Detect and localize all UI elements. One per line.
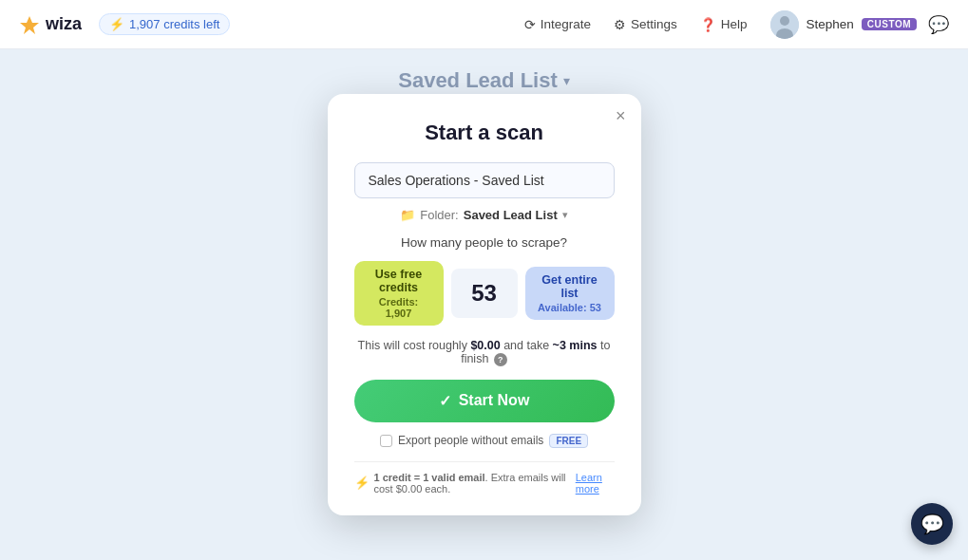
scan-modal: × Start a scan 📁 Folder: Saved Lead List… [328, 94, 641, 515]
credit-note-bold: 1 credit = 1 valid email [374, 472, 485, 483]
folder-chevron-icon[interactable]: ▾ [562, 209, 568, 221]
brand-logo: wiza [19, 14, 82, 35]
cost-take: and take [503, 339, 549, 352]
start-now-button[interactable]: ✓ Start Now [354, 380, 615, 422]
integrate-label: Integrate [541, 17, 591, 31]
start-now-label: Start Now [459, 392, 530, 409]
brand-name: wiza [46, 14, 82, 34]
export-checkbox[interactable] [380, 435, 392, 447]
credits-label: 1,907 credits left [129, 17, 219, 31]
credits-badge[interactable]: ⚡ 1,907 credits left [99, 13, 230, 35]
export-row: Export people without emails FREE [354, 434, 615, 448]
use-free-credits-button[interactable]: Use free credits Credits: 1,907 [354, 261, 444, 326]
export-label: Export people without emails [398, 434, 543, 447]
learn-more-link[interactable]: Learn more [576, 472, 615, 495]
folder-row: 📁 Folder: Saved Lead List ▾ [354, 208, 615, 222]
cost-help-icon[interactable]: ? [494, 353, 507, 366]
user-avatar-img [770, 10, 799, 39]
nav-links: ⟳ Integrate ⚙ Settings ❓ Help [524, 17, 748, 32]
folder-icon: 📁 [400, 208, 415, 222]
free-tag: FREE [549, 434, 588, 448]
get-entire-list-button[interactable]: Get entire list Available: 53 [525, 267, 615, 320]
credit-note-icon: ⚡ [354, 476, 370, 490]
cost-time: ~3 mins [553, 339, 598, 352]
settings-link[interactable]: ⚙ Settings [614, 17, 677, 32]
navbar: wiza ⚡ 1,907 credits left ⟳ Integrate ⚙ … [0, 0, 968, 49]
page-content: Saved Lead List ▾ Let's get started! Exp… [0, 49, 968, 560]
floating-chat-icon: 💬 [921, 513, 944, 535]
integrate-link[interactable]: ⟳ Integrate [524, 17, 591, 32]
credit-note-text: 1 credit = 1 valid email. Extra emails w… [374, 472, 571, 495]
user-section[interactable]: Stephen CUSTOM [770, 10, 917, 39]
cost-value: $0.00 [470, 339, 500, 352]
free-credits-sub-label: Credits: 1,907 [366, 296, 432, 319]
folder-label: Folder: [420, 208, 458, 222]
settings-label: Settings [631, 17, 677, 31]
user-plan-badge: CUSTOM [862, 18, 917, 30]
credit-note: ⚡ 1 credit = 1 valid email. Extra emails… [354, 461, 615, 495]
entire-list-sub-label: Available: 53 [538, 302, 601, 313]
integrate-icon: ⟳ [524, 17, 536, 32]
user-name: Stephen [807, 17, 854, 31]
wiza-logo-icon [19, 14, 40, 35]
help-label: Help [721, 17, 748, 31]
settings-icon: ⚙ [614, 17, 626, 32]
avatar [770, 10, 799, 39]
floating-chat-button[interactable]: 💬 [911, 503, 953, 545]
folder-value: Saved Lead List [464, 208, 558, 222]
help-link[interactable]: ❓ Help [700, 17, 748, 32]
entire-list-main-label: Get entire list [537, 273, 603, 300]
count-display: 53 [451, 269, 518, 318]
message-icon[interactable]: 💬 [928, 14, 949, 35]
help-icon: ❓ [700, 17, 716, 32]
how-many-label: How many people to scrape? [354, 235, 615, 250]
credits-bolt-icon: ⚡ [109, 17, 124, 31]
free-credits-main-label: Use free credits [366, 268, 432, 294]
scrape-options: Use free credits Credits: 1,907 53 Get e… [354, 261, 615, 326]
modal-title: Start a scan [354, 121, 615, 145]
modal-close-button[interactable]: × [616, 107, 626, 124]
modal-overlay: × Start a scan 📁 Folder: Saved Lead List… [0, 49, 968, 560]
checkmark-icon: ✓ [439, 392, 451, 410]
cost-line: This will cost roughly $0.00 and take ~3… [354, 339, 615, 366]
cost-prefix: This will cost roughly [358, 339, 467, 352]
svg-marker-0 [20, 16, 39, 34]
scan-name-input[interactable] [354, 162, 615, 198]
svg-point-2 [780, 16, 789, 26]
